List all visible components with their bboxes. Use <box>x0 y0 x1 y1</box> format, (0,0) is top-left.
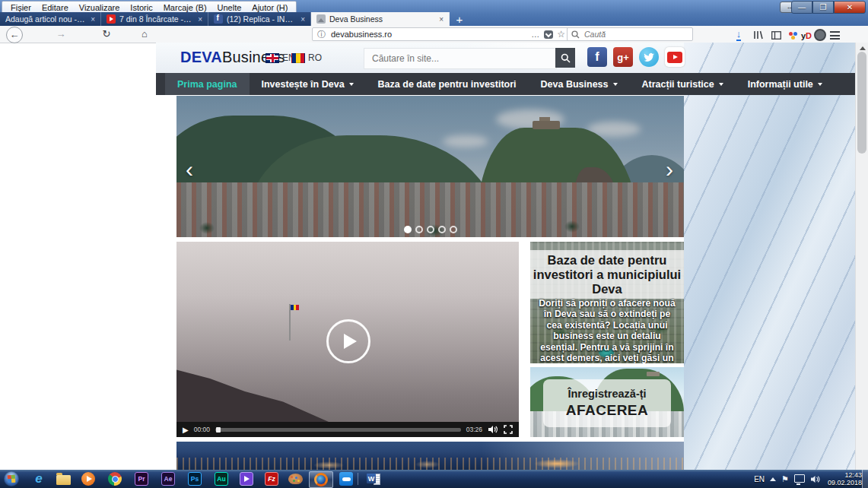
video-play-overlay-button[interactable] <box>326 319 370 363</box>
back-button[interactable]: ← <box>6 27 23 43</box>
volume-icon[interactable] <box>488 425 498 434</box>
taskbar-teamviewer[interactable] <box>335 471 358 486</box>
tab-youtube[interactable]: 7 din 8 Încărcate - YouTube × <box>101 12 208 26</box>
page-scrollbar[interactable] <box>855 43 868 470</box>
taskbar-chrome[interactable] <box>103 471 126 486</box>
nav-prima-pagina[interactable]: Prima pagina <box>165 73 250 95</box>
tray-hidden-icons-arrow[interactable] <box>770 477 776 481</box>
downloads-icon[interactable]: ↓ <box>732 28 746 42</box>
minimize-button[interactable]: — <box>791 1 812 14</box>
extension-circle-icon[interactable] <box>813 28 827 42</box>
network-icon[interactable] <box>794 474 805 483</box>
site-search-button[interactable] <box>555 48 575 68</box>
youtube-icon[interactable] <box>665 47 685 67</box>
taskbar-word[interactable] <box>362 471 385 486</box>
menu-tools[interactable]: Unelte <box>212 3 247 12</box>
taskbar-filezilla[interactable]: Fz <box>260 471 283 486</box>
menu-file[interactable]: Fișier <box>5 3 37 12</box>
show-desktop-button[interactable] <box>862 470 868 488</box>
language-en[interactable]: EN <box>265 52 295 63</box>
carousel-next-arrow[interactable]: › <box>666 160 673 179</box>
carousel-dot[interactable] <box>415 226 423 233</box>
taskbar-audition[interactable]: Au <box>210 471 233 486</box>
extension-colored-balls-icon[interactable] <box>785 28 799 42</box>
nav-label: Investește în Deva <box>262 79 345 90</box>
taskbar-paint-palette[interactable] <box>284 471 307 486</box>
register-business-button[interactable]: Înregistrează-ți AFACEREA <box>543 379 671 427</box>
start-button[interactable] <box>4 471 19 486</box>
tab-close-icon[interactable]: × <box>89 15 95 24</box>
menu-help[interactable]: Ajutor (H) <box>246 3 293 12</box>
close-button[interactable]: ✕ <box>834 1 866 14</box>
tab-close-icon[interactable]: × <box>299 15 305 24</box>
bookmark-star-icon[interactable]: ☆ <box>557 29 565 40</box>
pocket-icon[interactable] <box>544 30 553 39</box>
site-nav: Prima pagina Investește în Deva Baza de … <box>156 73 855 95</box>
home-button[interactable]: ⌂ <box>137 27 152 42</box>
site-info-icon[interactable]: ⓘ <box>317 29 326 40</box>
browser-search-input[interactable] <box>583 29 690 40</box>
investor-database-banner[interactable]: Baza de date pentru investitori a munici… <box>530 242 684 363</box>
language-ro[interactable]: RO <box>291 52 322 63</box>
tab-deva-business-active[interactable]: Deva Business × <box>311 12 450 26</box>
page-actions-icon[interactable]: … <box>531 30 540 39</box>
carousel-dot[interactable] <box>438 226 446 233</box>
taskbar-media-player[interactable] <box>77 471 100 486</box>
speaker-icon[interactable] <box>810 475 820 483</box>
menu-history[interactable]: Istoric <box>125 3 157 12</box>
taskbar-premiere-pro[interactable]: Pr <box>130 471 153 486</box>
reload-button[interactable]: ↻ <box>99 27 114 42</box>
facebook-icon[interactable]: f <box>587 47 607 67</box>
library-icon[interactable] <box>752 28 765 42</box>
nav-informatii-utile[interactable]: Informații utile <box>736 73 835 95</box>
forward-button[interactable]: → <box>53 27 68 42</box>
video-progress-handle[interactable] <box>216 427 221 433</box>
carousel-prev-arrow[interactable]: ‹ <box>186 160 193 179</box>
taskbar-photoshop[interactable]: Ps <box>183 471 206 486</box>
video-play-icon[interactable]: ▶ <box>183 426 189 434</box>
register-business-banner[interactable]: Înregistrează-ți AFACEREA <box>530 367 684 437</box>
google-plus-icon[interactable]: g+ <box>613 47 633 67</box>
tab-close-icon[interactable]: × <box>196 15 202 24</box>
nav-baza-de-date[interactable]: Baza de date pentru investitori <box>366 73 529 95</box>
url-input[interactable] <box>329 29 527 40</box>
fullscreen-icon[interactable] <box>504 425 513 434</box>
scrollbar-thumb[interactable] <box>857 52 866 154</box>
register-line1: Înregistrează-ți <box>568 388 646 400</box>
video-progress-bar[interactable] <box>215 428 461 432</box>
browser-search-bar[interactable] <box>567 27 693 41</box>
lang-ro-label: RO <box>308 52 322 63</box>
new-tab-button[interactable]: + <box>450 12 469 26</box>
tray-time: 12:43 <box>828 471 862 479</box>
taskbar-internet-explorer[interactable] <box>27 471 50 486</box>
menu-bookmarks[interactable]: Marcaje (B) <box>158 3 212 12</box>
taskbar-file-explorer[interactable] <box>52 471 75 486</box>
carousel-dot[interactable] <box>404 226 412 233</box>
tray-language-indicator[interactable]: EN <box>754 475 765 483</box>
taskbar-media-encoder[interactable] <box>235 471 258 486</box>
action-center-flag-icon[interactable]: ⚑ <box>781 474 789 484</box>
hamburger-menu-icon[interactable] <box>828 28 841 42</box>
site-search-field[interactable] <box>364 48 557 69</box>
nav-atractii-turistice[interactable]: Atracții turistice <box>630 73 736 95</box>
taskbar-firefox-active[interactable] <box>309 471 333 488</box>
twitter-icon[interactable] <box>639 47 659 67</box>
video-player[interactable]: ▶ 00:00 03:26 <box>176 242 519 437</box>
sidebar-icon[interactable] <box>769 28 783 42</box>
site-search-input[interactable] <box>364 49 556 68</box>
menu-edit[interactable]: Editare <box>37 3 74 12</box>
hero-dark-overlay <box>176 96 684 237</box>
restore-button[interactable]: ❐ <box>812 1 834 14</box>
url-bar[interactable]: ⓘ … ☆ <box>312 27 571 41</box>
tray-clock[interactable]: 12:43 09.02.2018 <box>825 471 862 486</box>
extension-yd-icon[interactable] <box>800 28 813 42</box>
nav-investeste-in-deva[interactable]: Investește în Deva <box>250 73 366 95</box>
nav-deva-business[interactable]: Deva Business <box>529 73 630 95</box>
tab-close-icon[interactable]: × <box>437 15 444 24</box>
tab-facebook[interactable]: (12) Replica - INFO HD - Acasă × <box>208 12 311 26</box>
taskbar-after-effects[interactable]: Ae <box>157 471 180 486</box>
tab-replicahd[interactable]: Adaugă articol nou - replicahd.ro × <box>0 12 101 26</box>
carousel-dot[interactable] <box>450 226 457 233</box>
carousel-dot[interactable] <box>427 226 434 233</box>
menu-view[interactable]: Vizualizare <box>74 3 126 12</box>
